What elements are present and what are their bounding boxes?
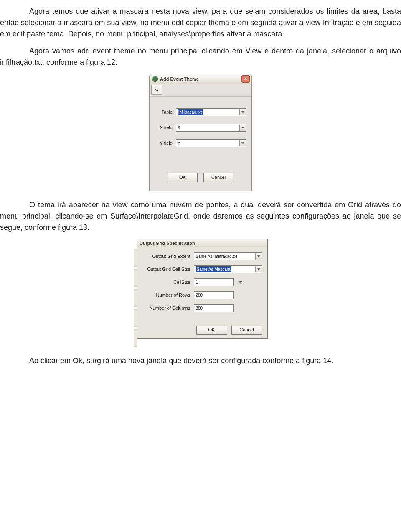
chevron-down-icon — [239, 125, 246, 131]
cols-input[interactable]: 380 — [194, 304, 234, 312]
close-icon: × — [244, 76, 247, 81]
xy-tool-button[interactable]: xy — [151, 85, 162, 95]
extent-combo[interactable]: Same As Infiltracao.txt — [194, 252, 262, 260]
cellsize-select-row: Output Grid Cell Size Same As Mascara — [140, 265, 263, 273]
close-button[interactable]: × — [241, 75, 250, 83]
rows-label: Number of Rows — [140, 292, 194, 299]
extent-row: Output Grid Extent Same As Infiltracao.t… — [140, 252, 263, 260]
ok-button[interactable]: OK — [168, 173, 198, 182]
xfield-value: X — [178, 125, 180, 131]
paragraph-2: Agora vamos add event theme no menu prin… — [0, 46, 401, 68]
dialog-buttons: OK Cancel — [155, 155, 246, 186]
app-icon — [152, 76, 158, 82]
cellsize-input[interactable]: 1 — [194, 278, 234, 286]
chevron-down-icon — [255, 253, 262, 260]
left-edge-deco — [134, 239, 137, 347]
dialog-title: Add Event Theme — [160, 76, 241, 83]
table-value: infiltracao.txt — [178, 109, 203, 115]
chevron-down-icon — [239, 109, 246, 115]
output-grid-panel: Output Grid Specification Output Grid Ex… — [137, 239, 268, 339]
paragraph-3: O tema irá aparecer na view como uma nuv… — [0, 199, 401, 233]
edge-chip — [134, 269, 137, 287]
figure-12: Add Event Theme × xy Table: infiltracao.… — [0, 74, 401, 191]
cols-row: Number of Columns 380 — [140, 304, 263, 312]
cellsize-row: CellSize 1 m — [140, 278, 263, 286]
xfield-row: X field: X — [155, 124, 246, 132]
cellsize-label: CellSize — [140, 279, 194, 286]
figure-13: Output Grid Specification Output Grid Ex… — [0, 239, 401, 347]
cellsize-unit: m — [234, 279, 243, 286]
yfield-value: Y — [178, 140, 180, 146]
cellsize-select-label: Output Grid Cell Size — [140, 266, 194, 273]
chevron-down-icon — [255, 266, 262, 272]
paragraph-1: Agora temos que ativar a mascara nesta n… — [0, 6, 401, 40]
xfield-label: X field: — [155, 124, 176, 131]
ok-button[interactable]: OK — [196, 326, 227, 335]
dialog-toolbar: xy — [150, 84, 251, 97]
dialog-form: Table: infiltracao.txt X field: X — [150, 97, 251, 191]
edge-chip — [134, 309, 137, 327]
xfield-combo[interactable]: X — [176, 124, 246, 132]
chevron-down-icon — [239, 140, 246, 146]
panel-buttons: OK Cancel — [137, 321, 267, 338]
panel-form: Output Grid Extent Same As Infiltracao.t… — [137, 247, 267, 321]
edge-chip — [134, 289, 137, 307]
rows-row: Number of Rows 280 — [140, 291, 263, 299]
add-event-theme-dialog: Add Event Theme × xy Table: infiltracao.… — [149, 74, 252, 191]
table-combo[interactable]: infiltracao.txt — [176, 108, 246, 116]
output-grid-wrap: Output Grid Specification Output Grid Ex… — [134, 239, 268, 347]
table-label: Table: — [155, 109, 176, 116]
yfield-label: Y field: — [155, 140, 176, 147]
edge-chip — [134, 249, 137, 267]
cellsize-select-combo[interactable]: Same As Mascara — [194, 265, 262, 273]
table-row: Table: infiltracao.txt — [155, 108, 246, 116]
cancel-button[interactable]: Cancel — [231, 326, 262, 335]
extent-label: Output Grid Extent — [140, 253, 194, 260]
rows-input[interactable]: 280 — [194, 291, 234, 299]
edge-chip — [134, 329, 137, 347]
cols-label: Number of Columns — [140, 305, 194, 312]
paragraph-4: Ao clicar em Ok, surgirá uma nova janela… — [0, 355, 401, 367]
cellsize-select-value: Same As Mascara — [196, 266, 231, 272]
xy-icon: xy — [155, 87, 159, 93]
extent-value: Same As Infiltracao.txt — [196, 253, 238, 260]
cancel-button[interactable]: Cancel — [203, 173, 233, 182]
panel-title: Output Grid Specification — [137, 239, 267, 247]
dialog-titlebar: Add Event Theme × — [150, 74, 251, 84]
yfield-row: Y field: Y — [155, 139, 246, 147]
yfield-combo[interactable]: Y — [176, 139, 246, 147]
